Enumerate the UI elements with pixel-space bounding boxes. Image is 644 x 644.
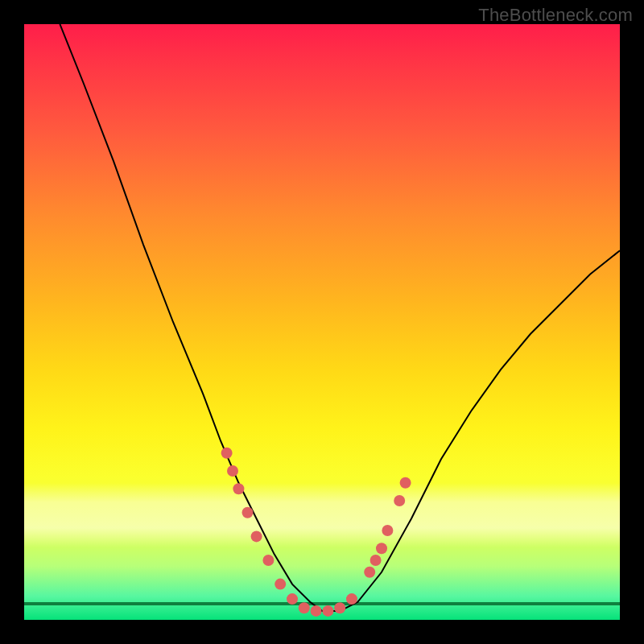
- marker-dot: [311, 605, 322, 617]
- watermark-text: TheBottleneck.com: [478, 5, 633, 26]
- marker-dot: [382, 525, 393, 536]
- marker-dot: [275, 579, 286, 590]
- marker-dot: [394, 495, 405, 506]
- marker-dot: [364, 567, 375, 578]
- marker-dot: [346, 593, 357, 605]
- marker-group: [221, 448, 411, 617]
- marker-dot: [287, 593, 298, 605]
- marker-dot: [227, 465, 238, 477]
- marker-dot: [334, 602, 345, 613]
- frame: TheBottleneck.com: [0, 0, 644, 644]
- marker-dot: [370, 555, 382, 566]
- curve-svg: [24, 24, 620, 620]
- marker-dot: [221, 448, 233, 459]
- marker-dot: [262, 555, 274, 566]
- plot-area: [24, 24, 620, 620]
- marker-dot: [376, 543, 387, 554]
- marker-dot: [242, 507, 254, 518]
- marker-dot: [400, 477, 411, 489]
- marker-dot: [299, 602, 310, 613]
- marker-dot: [322, 605, 333, 617]
- marker-dot: [233, 483, 244, 494]
- marker-dot: [251, 530, 262, 542]
- bottleneck-curve: [60, 24, 620, 611]
